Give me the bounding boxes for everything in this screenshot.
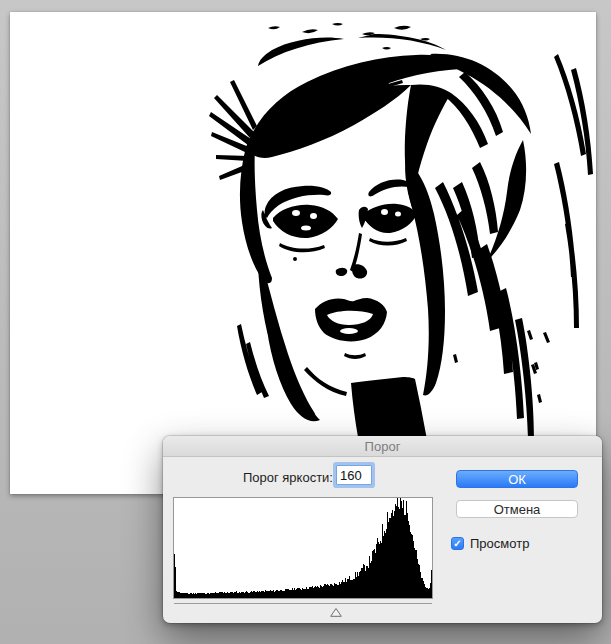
threshold-preview-image xyxy=(10,12,596,494)
preview-checkbox[interactable]: ✓ Просмотр xyxy=(451,536,529,550)
histogram-panel xyxy=(173,497,433,599)
threshold-brightness-label: Порог яркости: xyxy=(243,470,333,485)
histogram-chart xyxy=(174,498,432,598)
cancel-button[interactable]: Отмена xyxy=(456,500,578,518)
preview-checkbox-label: Просмотр xyxy=(470,536,529,551)
dialog-titlebar[interactable]: Порог xyxy=(163,436,602,457)
dialog-title: Порог xyxy=(365,439,401,454)
triangle-up-icon xyxy=(330,608,342,617)
document-canvas xyxy=(10,12,596,494)
threshold-slider-track xyxy=(174,603,432,604)
ok-button[interactable]: ОК xyxy=(456,470,578,488)
threshold-dialog: Порог Порог яркости: ОК Отмена ✓ Просмот… xyxy=(163,436,602,623)
checkbox-checkmark-icon: ✓ xyxy=(451,537,464,550)
threshold-slider-handle[interactable] xyxy=(330,605,342,614)
threshold-value-input[interactable] xyxy=(336,465,372,485)
